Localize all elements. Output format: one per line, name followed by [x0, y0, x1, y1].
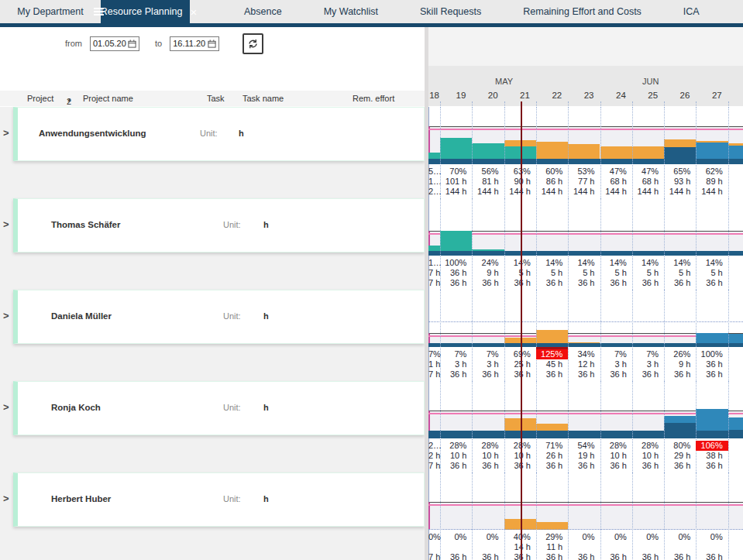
column-header-task-name[interactable]: Task name: [243, 94, 284, 103]
utilization-bar-blue: [664, 416, 696, 423]
expand-chevron-icon[interactable]: >: [3, 401, 12, 413]
unit-label: Unit:: [200, 129, 218, 138]
numbers-cell: 14%5 h36 h: [568, 258, 600, 288]
utilization-percent: 14%: [696, 258, 728, 268]
planned-hours: 12 h: [568, 359, 600, 369]
numbers-cell: 54%19 h36 h: [568, 441, 600, 471]
resource-row-card[interactable]: Thomas SchäferUnit:h: [13, 198, 425, 253]
capacity-hours: 36 h: [536, 552, 568, 560]
numbers-cell: 0%36 h: [440, 532, 472, 560]
tab-resource-planning[interactable]: Resource Planning×: [101, 0, 190, 23]
planned-hours: [428, 542, 440, 552]
numbers-cell: 0%36 h: [664, 532, 696, 560]
resource-row-card[interactable]: Herbert HuberUnit:h: [13, 472, 425, 527]
tab-remaining-effort-and-costs[interactable]: Remaining Effort and Costs: [502, 0, 662, 23]
planned-hours: 3 h: [632, 359, 664, 369]
resource-rows: >AnwendungsentwicklungUnit:h>Thomas Schä…: [0, 107, 425, 560]
numbers-cell: 14%5 h36 h: [536, 258, 568, 288]
column-header-project-name[interactable]: Project name: [83, 94, 133, 103]
planned-hours: 5 h: [632, 268, 664, 278]
planned-hours: 5 h: [568, 268, 600, 278]
expand-chevron-icon[interactable]: >: [3, 493, 12, 504]
numbers-cell: 24%9 h36 h: [472, 258, 504, 288]
utilization-percent: 0%: [440, 532, 472, 542]
tab-label: My Department: [17, 6, 83, 17]
planned-hours: 3 h: [600, 359, 632, 369]
capacity-hours: 36 h: [568, 369, 600, 380]
planned-hours: 2 h: [428, 451, 440, 461]
utilization-percent: 0%: [428, 532, 440, 542]
tab-my-watchlist[interactable]: My Watchlist: [303, 0, 399, 23]
column-header-task[interactable]: Task: [207, 94, 225, 103]
resource-name: Daniela Müller: [51, 311, 112, 321]
numbers-row: 5…1…2…70%101 h144 h56%81 h144 h63%90 h14…: [428, 164, 743, 198]
expand-chevron-icon[interactable]: >: [3, 127, 12, 139]
refresh-button[interactable]: [243, 33, 263, 54]
capacity-hours: 36 h: [600, 552, 632, 560]
resource-row-card[interactable]: Ronja KochUnit:h: [13, 381, 425, 435]
utilization-percent: 34%: [568, 349, 600, 359]
tab-skill-requests[interactable]: Skill Requests: [399, 0, 502, 23]
unit-value: h: [263, 403, 269, 412]
utilization-percent: 47%: [632, 167, 664, 177]
tab-label: Skill Requests: [420, 6, 481, 17]
tab-absence[interactable]: Absence: [223, 0, 303, 23]
planned-hours: 9 h: [664, 359, 696, 369]
week-number-label: 25: [632, 91, 658, 100]
tab-my-department[interactable]: My Department: [0, 0, 101, 23]
numbers-cell: 34%12 h36 h: [568, 349, 600, 380]
numbers-cell: 71%26 h36 h: [536, 441, 568, 471]
calendar-icon[interactable]: [128, 40, 136, 48]
capacity-hours: 36 h: [664, 461, 696, 471]
utilization-percent: 2…: [428, 441, 440, 451]
resource-row-card[interactable]: Daniela MüllerUnit:h: [13, 290, 425, 344]
utilization-percent: 0%: [632, 532, 664, 542]
numbers-cell: 0%7 h: [428, 532, 440, 560]
numbers-cell: 7%1 h7 h: [428, 349, 440, 380]
planned-hours: 29 h: [664, 451, 696, 461]
unit-label: Unit:: [223, 220, 241, 229]
planned-hours: [472, 542, 504, 552]
capacity-hours: 144 h: [664, 187, 696, 197]
unit-value: h: [263, 220, 269, 229]
week-number-label: 27: [696, 91, 721, 100]
tab-label: My Watchlist: [324, 6, 378, 17]
timeline-row: 1…7 h7 h100%36 h36 h24%9 h36 h14%5 h36 h…: [428, 198, 743, 290]
expand-chevron-icon[interactable]: >: [3, 310, 12, 321]
to-date-input[interactable]: 16.11.20: [170, 36, 219, 51]
capacity-hours: 144 h: [632, 187, 664, 197]
planned-hours: 1…: [428, 177, 440, 187]
numbers-cell: 65%93 h144 h: [664, 167, 696, 197]
numbers-cell: 70%101 h144 h: [440, 167, 472, 197]
planned-hours: [696, 542, 728, 552]
utilization-percent: 29%: [536, 532, 568, 542]
planned-hours: 11 h: [536, 542, 568, 552]
tab-ica[interactable]: ICA: [662, 0, 721, 23]
numbers-cell: 7%3 h36 h: [632, 349, 664, 380]
timeline-row: 2…2 h7 h28%10 h36 h28%10 h36 h28%10 h36 …: [428, 381, 743, 472]
close-icon[interactable]: ×: [190, 6, 197, 18]
to-label: to: [155, 39, 162, 48]
numbers-cell: 47%68 h144 h: [600, 167, 632, 197]
calendar-icon[interactable]: [208, 40, 216, 48]
column-header-project[interactable]: Project: [27, 94, 53, 103]
resource-row-card[interactable]: AnwendungsentwicklungUnit:h: [13, 107, 425, 161]
capacity-hours: 36 h: [664, 552, 696, 560]
numbers-row: 2…2 h7 h28%10 h36 h28%10 h36 h28%10 h36 …: [428, 438, 743, 472]
expand-chevron-icon[interactable]: >: [3, 218, 12, 230]
capacity-hours: 36 h: [664, 278, 696, 288]
column-header-rem-effort[interactable]: Rem. effort: [353, 94, 394, 103]
capacity-hours: 144 h: [600, 187, 632, 197]
resource-name: Herbert Huber: [51, 494, 111, 503]
utilization-percent: 0%: [696, 532, 728, 542]
capacity-hours: 36 h: [472, 278, 504, 288]
utilization-percent: 0%: [472, 532, 504, 542]
planned-hours: 26 h: [536, 451, 568, 461]
timeline-panel: MAYJUN18192021222324252627 5…1…2…70%101 …: [428, 27, 743, 560]
numbers-cell: 14%5 h36 h: [696, 258, 728, 288]
timeline-row: 0%7 h0%36 h0%36 h40%14 h36 h29%11 h36 h0…: [428, 472, 743, 560]
planned-hours: 5 h: [536, 268, 568, 278]
utilization-percent: 28%: [440, 441, 472, 451]
timeline-row: 7%1 h7 h7%3 h36 h7%3 h36 h69%25 h36 h125…: [428, 290, 743, 381]
from-date-input[interactable]: 01.05.20: [90, 36, 139, 51]
